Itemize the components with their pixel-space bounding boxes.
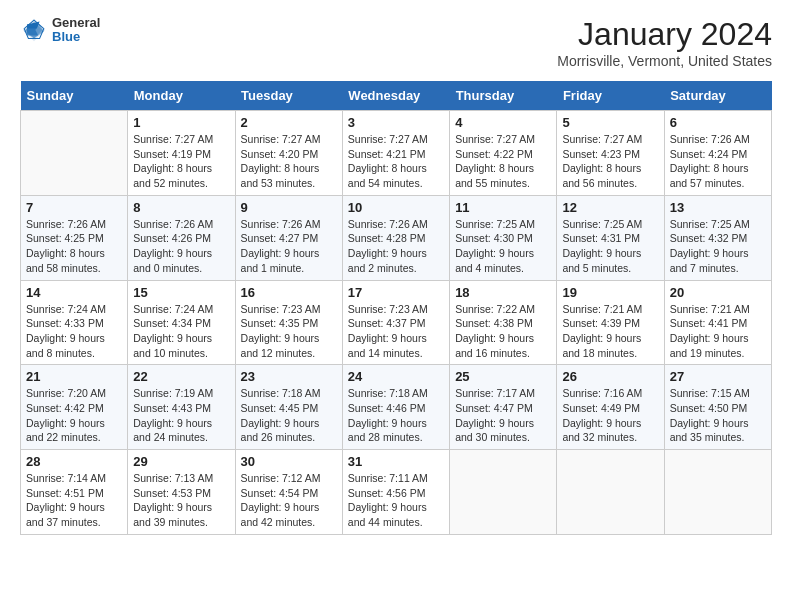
weekday-header-monday: Monday <box>128 81 235 111</box>
day-info: Sunrise: 7:27 AMSunset: 4:21 PMDaylight:… <box>348 132 444 191</box>
day-number: 17 <box>348 285 444 300</box>
day-number: 2 <box>241 115 337 130</box>
calendar-cell <box>664 450 771 535</box>
calendar-cell: 30Sunrise: 7:12 AMSunset: 4:54 PMDayligh… <box>235 450 342 535</box>
logo-general: General <box>52 16 100 30</box>
day-info: Sunrise: 7:26 AMSunset: 4:27 PMDaylight:… <box>241 217 337 276</box>
day-info: Sunrise: 7:27 AMSunset: 4:22 PMDaylight:… <box>455 132 551 191</box>
calendar-cell: 24Sunrise: 7:18 AMSunset: 4:46 PMDayligh… <box>342 365 449 450</box>
day-number: 8 <box>133 200 229 215</box>
calendar-cell: 13Sunrise: 7:25 AMSunset: 4:32 PMDayligh… <box>664 195 771 280</box>
day-number: 9 <box>241 200 337 215</box>
logo: General Blue <box>20 16 100 45</box>
subtitle: Morrisville, Vermont, United States <box>557 53 772 69</box>
calendar-cell: 4Sunrise: 7:27 AMSunset: 4:22 PMDaylight… <box>450 111 557 196</box>
calendar-table: SundayMondayTuesdayWednesdayThursdayFrid… <box>20 81 772 535</box>
calendar-week-2: 7Sunrise: 7:26 AMSunset: 4:25 PMDaylight… <box>21 195 772 280</box>
day-number: 10 <box>348 200 444 215</box>
day-number: 21 <box>26 369 122 384</box>
day-number: 6 <box>670 115 766 130</box>
day-number: 20 <box>670 285 766 300</box>
calendar-cell <box>450 450 557 535</box>
calendar-cell: 10Sunrise: 7:26 AMSunset: 4:28 PMDayligh… <box>342 195 449 280</box>
day-number: 12 <box>562 200 658 215</box>
day-number: 18 <box>455 285 551 300</box>
day-number: 19 <box>562 285 658 300</box>
day-number: 22 <box>133 369 229 384</box>
day-info: Sunrise: 7:13 AMSunset: 4:53 PMDaylight:… <box>133 471 229 530</box>
calendar-cell: 8Sunrise: 7:26 AMSunset: 4:26 PMDaylight… <box>128 195 235 280</box>
calendar-cell: 29Sunrise: 7:13 AMSunset: 4:53 PMDayligh… <box>128 450 235 535</box>
day-number: 23 <box>241 369 337 384</box>
logo-text: General Blue <box>52 16 100 45</box>
calendar-cell: 20Sunrise: 7:21 AMSunset: 4:41 PMDayligh… <box>664 280 771 365</box>
weekday-header-saturday: Saturday <box>664 81 771 111</box>
calendar-cell: 5Sunrise: 7:27 AMSunset: 4:23 PMDaylight… <box>557 111 664 196</box>
logo-icon <box>20 16 48 44</box>
calendar-week-3: 14Sunrise: 7:24 AMSunset: 4:33 PMDayligh… <box>21 280 772 365</box>
calendar-cell: 15Sunrise: 7:24 AMSunset: 4:34 PMDayligh… <box>128 280 235 365</box>
weekday-header-wednesday: Wednesday <box>342 81 449 111</box>
calendar-cell: 12Sunrise: 7:25 AMSunset: 4:31 PMDayligh… <box>557 195 664 280</box>
calendar-cell <box>21 111 128 196</box>
day-number: 29 <box>133 454 229 469</box>
day-info: Sunrise: 7:23 AMSunset: 4:35 PMDaylight:… <box>241 302 337 361</box>
calendar-cell <box>557 450 664 535</box>
weekday-header-friday: Friday <box>557 81 664 111</box>
day-info: Sunrise: 7:25 AMSunset: 4:32 PMDaylight:… <box>670 217 766 276</box>
calendar-week-5: 28Sunrise: 7:14 AMSunset: 4:51 PMDayligh… <box>21 450 772 535</box>
calendar-cell: 26Sunrise: 7:16 AMSunset: 4:49 PMDayligh… <box>557 365 664 450</box>
day-number: 28 <box>26 454 122 469</box>
day-info: Sunrise: 7:24 AMSunset: 4:34 PMDaylight:… <box>133 302 229 361</box>
day-number: 16 <box>241 285 337 300</box>
day-info: Sunrise: 7:26 AMSunset: 4:28 PMDaylight:… <box>348 217 444 276</box>
day-info: Sunrise: 7:20 AMSunset: 4:42 PMDaylight:… <box>26 386 122 445</box>
calendar-cell: 25Sunrise: 7:17 AMSunset: 4:47 PMDayligh… <box>450 365 557 450</box>
day-info: Sunrise: 7:15 AMSunset: 4:50 PMDaylight:… <box>670 386 766 445</box>
calendar-cell: 22Sunrise: 7:19 AMSunset: 4:43 PMDayligh… <box>128 365 235 450</box>
day-number: 26 <box>562 369 658 384</box>
main-title: January 2024 <box>557 16 772 53</box>
calendar-cell: 27Sunrise: 7:15 AMSunset: 4:50 PMDayligh… <box>664 365 771 450</box>
day-info: Sunrise: 7:21 AMSunset: 4:41 PMDaylight:… <box>670 302 766 361</box>
day-info: Sunrise: 7:14 AMSunset: 4:51 PMDaylight:… <box>26 471 122 530</box>
day-number: 27 <box>670 369 766 384</box>
day-number: 25 <box>455 369 551 384</box>
day-number: 24 <box>348 369 444 384</box>
day-info: Sunrise: 7:25 AMSunset: 4:30 PMDaylight:… <box>455 217 551 276</box>
calendar-cell: 16Sunrise: 7:23 AMSunset: 4:35 PMDayligh… <box>235 280 342 365</box>
day-info: Sunrise: 7:18 AMSunset: 4:46 PMDaylight:… <box>348 386 444 445</box>
day-number: 11 <box>455 200 551 215</box>
calendar-cell: 9Sunrise: 7:26 AMSunset: 4:27 PMDaylight… <box>235 195 342 280</box>
day-number: 4 <box>455 115 551 130</box>
calendar-cell: 2Sunrise: 7:27 AMSunset: 4:20 PMDaylight… <box>235 111 342 196</box>
weekday-header-sunday: Sunday <box>21 81 128 111</box>
day-number: 13 <box>670 200 766 215</box>
calendar-cell: 23Sunrise: 7:18 AMSunset: 4:45 PMDayligh… <box>235 365 342 450</box>
weekday-header-row: SundayMondayTuesdayWednesdayThursdayFrid… <box>21 81 772 111</box>
day-number: 14 <box>26 285 122 300</box>
day-number: 7 <box>26 200 122 215</box>
day-info: Sunrise: 7:16 AMSunset: 4:49 PMDaylight:… <box>562 386 658 445</box>
day-info: Sunrise: 7:25 AMSunset: 4:31 PMDaylight:… <box>562 217 658 276</box>
day-info: Sunrise: 7:23 AMSunset: 4:37 PMDaylight:… <box>348 302 444 361</box>
day-number: 15 <box>133 285 229 300</box>
calendar-cell: 28Sunrise: 7:14 AMSunset: 4:51 PMDayligh… <box>21 450 128 535</box>
day-number: 5 <box>562 115 658 130</box>
calendar-cell: 31Sunrise: 7:11 AMSunset: 4:56 PMDayligh… <box>342 450 449 535</box>
day-number: 3 <box>348 115 444 130</box>
calendar-cell: 6Sunrise: 7:26 AMSunset: 4:24 PMDaylight… <box>664 111 771 196</box>
day-info: Sunrise: 7:24 AMSunset: 4:33 PMDaylight:… <box>26 302 122 361</box>
day-info: Sunrise: 7:26 AMSunset: 4:24 PMDaylight:… <box>670 132 766 191</box>
day-number: 30 <box>241 454 337 469</box>
day-info: Sunrise: 7:27 AMSunset: 4:20 PMDaylight:… <box>241 132 337 191</box>
day-number: 1 <box>133 115 229 130</box>
day-info: Sunrise: 7:26 AMSunset: 4:26 PMDaylight:… <box>133 217 229 276</box>
weekday-header-thursday: Thursday <box>450 81 557 111</box>
title-block: January 2024 Morrisville, Vermont, Unite… <box>557 16 772 69</box>
day-info: Sunrise: 7:21 AMSunset: 4:39 PMDaylight:… <box>562 302 658 361</box>
calendar-cell: 21Sunrise: 7:20 AMSunset: 4:42 PMDayligh… <box>21 365 128 450</box>
day-info: Sunrise: 7:18 AMSunset: 4:45 PMDaylight:… <box>241 386 337 445</box>
calendar-cell: 11Sunrise: 7:25 AMSunset: 4:30 PMDayligh… <box>450 195 557 280</box>
day-info: Sunrise: 7:12 AMSunset: 4:54 PMDaylight:… <box>241 471 337 530</box>
